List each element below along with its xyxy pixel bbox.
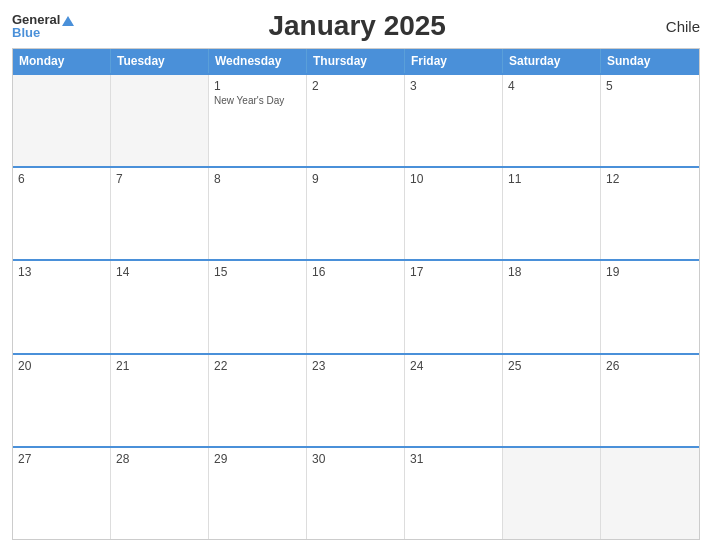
week-row-5: 2728293031: [13, 446, 699, 539]
week-row-3: 13141516171819: [13, 259, 699, 352]
cell-date-number: 13: [18, 265, 105, 279]
calendar-cell: 10: [405, 168, 503, 259]
day-header-saturday: Saturday: [503, 49, 601, 73]
day-header-monday: Monday: [13, 49, 111, 73]
calendar-cell: 14: [111, 261, 209, 352]
cell-date-number: 29: [214, 452, 301, 466]
cell-date-number: 30: [312, 452, 399, 466]
page-title: January 2025: [74, 10, 640, 42]
cell-date-number: 22: [214, 359, 301, 373]
cell-date-number: 3: [410, 79, 497, 93]
calendar-cell: 6: [13, 168, 111, 259]
calendar-cell: [601, 448, 699, 539]
cell-date-number: 1: [214, 79, 301, 93]
cell-date-number: 15: [214, 265, 301, 279]
day-headers-row: MondayTuesdayWednesdayThursdayFridaySatu…: [13, 49, 699, 73]
calendar-cell: 21: [111, 355, 209, 446]
cell-date-number: 2: [312, 79, 399, 93]
calendar-cell: 18: [503, 261, 601, 352]
cell-date-number: 26: [606, 359, 694, 373]
calendar-cell: 3: [405, 75, 503, 166]
cell-date-number: 31: [410, 452, 497, 466]
cell-date-number: 28: [116, 452, 203, 466]
calendar-cell: 25: [503, 355, 601, 446]
calendar-cell: [13, 75, 111, 166]
cell-date-number: 7: [116, 172, 203, 186]
cell-date-number: 6: [18, 172, 105, 186]
day-header-thursday: Thursday: [307, 49, 405, 73]
cell-date-number: 11: [508, 172, 595, 186]
cell-date-number: 21: [116, 359, 203, 373]
cell-event-label: New Year's Day: [214, 95, 301, 106]
cell-date-number: 23: [312, 359, 399, 373]
calendar-cell: 23: [307, 355, 405, 446]
cell-date-number: 14: [116, 265, 203, 279]
calendar-cell: 11: [503, 168, 601, 259]
cell-date-number: 19: [606, 265, 694, 279]
calendar-cell: 19: [601, 261, 699, 352]
week-row-1: 1New Year's Day2345: [13, 73, 699, 166]
cell-date-number: 12: [606, 172, 694, 186]
calendar-cell: 31: [405, 448, 503, 539]
calendar-cell: 16: [307, 261, 405, 352]
calendar-cell: 20: [13, 355, 111, 446]
week-row-4: 20212223242526: [13, 353, 699, 446]
calendar-cell: 9: [307, 168, 405, 259]
cell-date-number: 16: [312, 265, 399, 279]
country-label: Chile: [640, 18, 700, 35]
calendar-cell: [111, 75, 209, 166]
day-header-sunday: Sunday: [601, 49, 699, 73]
cell-date-number: 8: [214, 172, 301, 186]
calendar-cell: 5: [601, 75, 699, 166]
cell-date-number: 4: [508, 79, 595, 93]
calendar-cell: 28: [111, 448, 209, 539]
calendar-grid: MondayTuesdayWednesdayThursdayFridaySatu…: [12, 48, 700, 540]
calendar-cell: 30: [307, 448, 405, 539]
calendar-cell: 12: [601, 168, 699, 259]
calendar-page: General Blue January 2025 Chile MondayTu…: [0, 0, 712, 550]
calendar-cell: 2: [307, 75, 405, 166]
calendar-cell: 8: [209, 168, 307, 259]
calendar-cell: 27: [13, 448, 111, 539]
logo-triangle-icon: [62, 16, 74, 26]
week-row-2: 6789101112: [13, 166, 699, 259]
calendar-cell: 4: [503, 75, 601, 166]
header: General Blue January 2025 Chile: [12, 10, 700, 42]
calendar-cell: 1New Year's Day: [209, 75, 307, 166]
calendar-cell: 29: [209, 448, 307, 539]
calendar-weeks: 1New Year's Day2345678910111213141516171…: [13, 73, 699, 539]
cell-date-number: 20: [18, 359, 105, 373]
cell-date-number: 5: [606, 79, 694, 93]
logo: General Blue: [12, 13, 74, 39]
cell-date-number: 10: [410, 172, 497, 186]
cell-date-number: 17: [410, 265, 497, 279]
calendar-cell: 22: [209, 355, 307, 446]
cell-date-number: 25: [508, 359, 595, 373]
cell-date-number: 9: [312, 172, 399, 186]
calendar-cell: 15: [209, 261, 307, 352]
calendar-cell: 7: [111, 168, 209, 259]
calendar-cell: 13: [13, 261, 111, 352]
calendar-cell: 26: [601, 355, 699, 446]
day-header-wednesday: Wednesday: [209, 49, 307, 73]
calendar-cell: [503, 448, 601, 539]
day-header-friday: Friday: [405, 49, 503, 73]
cell-date-number: 24: [410, 359, 497, 373]
cell-date-number: 18: [508, 265, 595, 279]
cell-date-number: 27: [18, 452, 105, 466]
calendar-cell: 24: [405, 355, 503, 446]
day-header-tuesday: Tuesday: [111, 49, 209, 73]
calendar-cell: 17: [405, 261, 503, 352]
logo-blue-text: Blue: [12, 26, 40, 39]
